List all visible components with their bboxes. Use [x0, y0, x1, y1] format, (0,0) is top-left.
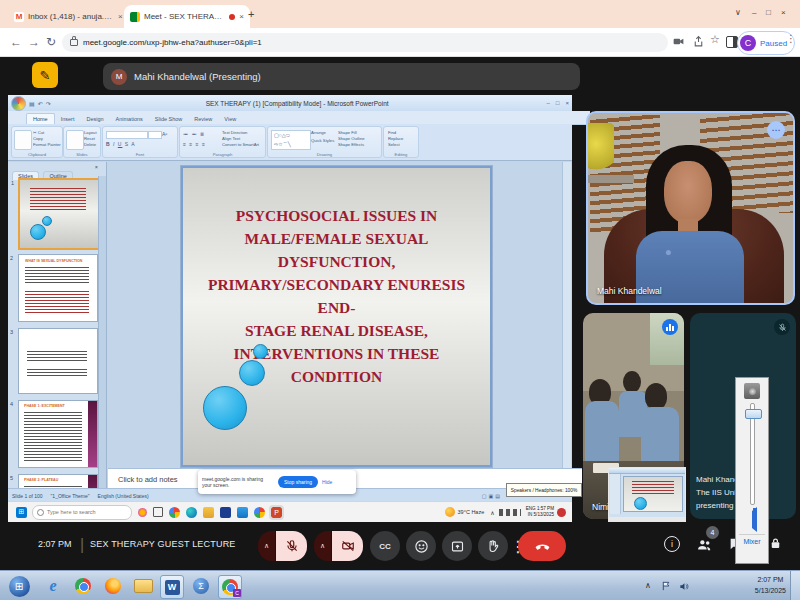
edge-icon[interactable]	[186, 507, 197, 518]
camera-indicator-icon[interactable]	[672, 35, 685, 48]
mail-icon[interactable]	[237, 507, 248, 518]
desktop-search-box[interactable]: Type here to search	[32, 505, 132, 520]
url-bar[interactable]: meet.google.com/uxp-jbhw-eha?authuser=0&…	[62, 33, 668, 52]
slide-thumbnail-1[interactable]: 1	[18, 178, 100, 250]
ppt-minimize-button[interactable]: –	[547, 100, 550, 106]
quick-styles-button[interactable]: Quick Styles	[311, 138, 334, 144]
ribbon-tab-design[interactable]: Design	[80, 114, 109, 124]
reset-button[interactable]: Reset	[84, 136, 95, 142]
window-minimize-button[interactable]: –	[752, 8, 756, 17]
window-close-button[interactable]: ×	[781, 8, 786, 17]
sigma-app-taskbar-icon[interactable]: Σ	[190, 575, 212, 597]
tab-close-icon[interactable]: ×	[239, 12, 244, 21]
start-orb-button[interactable]: ⊞	[8, 575, 30, 597]
slide-thumbnail-2[interactable]: 2 WHAT IS SEXUAL DYSFUNCTION	[18, 254, 98, 322]
cut-button[interactable]: ✂ Cut	[33, 130, 44, 136]
store-app-icon[interactable]	[220, 507, 231, 518]
tray-chevron-icon[interactable]: ∧	[490, 509, 494, 516]
mic-off-button[interactable]	[276, 531, 307, 561]
volume-slider[interactable]	[750, 403, 755, 505]
action-center-flag-icon[interactable]	[661, 580, 672, 592]
volume-mixer-popup[interactable]: Mixer	[735, 377, 769, 564]
explorer-taskbar-icon[interactable]	[132, 575, 154, 597]
tab-close-icon[interactable]: ×	[118, 12, 123, 21]
ribbon-tab-review[interactable]: Review	[188, 114, 218, 124]
new-slide-button[interactable]	[66, 130, 84, 150]
save-icon[interactable]: ▤	[29, 100, 35, 107]
copy-button[interactable]: Copy	[33, 136, 43, 142]
new-tab-button[interactable]: +	[248, 8, 254, 20]
start-button[interactable]: ⊞	[16, 507, 27, 518]
ribbon-tab-slideshow[interactable]: Slide Show	[149, 114, 189, 124]
people-button[interactable]: 4	[696, 536, 713, 553]
video-tile-mahi[interactable]: ⋯ Mahi Khandelwal	[586, 111, 795, 305]
align-buttons[interactable]: ≡ ≡ ≡ ≡	[183, 141, 206, 147]
stop-sharing-button[interactable]: Stop sharing	[278, 476, 318, 488]
ie-taskbar-icon[interactable]: e	[42, 575, 64, 597]
notification-icon[interactable]	[557, 508, 566, 517]
captions-button[interactable]: CC	[370, 531, 400, 561]
tray-hidden-icons-button[interactable]: ∧	[645, 581, 651, 590]
format-painter-button[interactable]: Format Painter	[33, 142, 61, 148]
mic-options-chevron[interactable]: ∧	[258, 531, 275, 561]
bookmark-star-icon[interactable]: ☆	[710, 33, 720, 46]
font-style-buttons[interactable]: B I U S A	[106, 141, 136, 147]
text-direction-button[interactable]: Text Direction	[222, 130, 247, 136]
slide-thumbnail-4[interactable]: 4 PHASE 1: EXCITEMENT	[18, 400, 98, 468]
host-controls-button[interactable]	[768, 536, 783, 551]
ribbon-tab-insert[interactable]: Insert	[55, 114, 81, 124]
ribbon-tab-home[interactable]: Home	[26, 113, 55, 124]
presentation-preview[interactable]	[608, 467, 686, 522]
shape-outline-button[interactable]: Shape Outline	[338, 136, 365, 142]
ppt-restore-button[interactable]: □	[556, 100, 560, 106]
list-buttons[interactable]: ≔ ≕ ≣	[183, 131, 205, 137]
mixer-link[interactable]: Mixer	[743, 538, 760, 545]
end-call-button[interactable]	[518, 531, 566, 561]
volume-slider-handle[interactable]	[745, 409, 762, 419]
ribbon-tab-animations[interactable]: Animations	[110, 114, 149, 124]
undo-icon[interactable]: ↶	[38, 100, 43, 107]
reactions-button[interactable]	[406, 531, 436, 561]
camera-options-chevron[interactable]: ∧	[314, 531, 331, 561]
firefox-taskbar-icon[interactable]	[102, 575, 124, 597]
tray-lang-clock[interactable]: ENG 1:57 PM IN 5/13/2025	[526, 506, 554, 518]
tab-meet[interactable]: Meet - SEX THERAPY GUEST ×	[124, 5, 250, 28]
copilot-icon[interactable]	[138, 508, 147, 517]
align-text-button[interactable]: Align Text	[222, 136, 240, 142]
delete-button[interactable]: Delete	[84, 142, 96, 148]
slide-thumbnail-3[interactable]: 3	[18, 328, 98, 394]
share-icon[interactable]	[692, 35, 705, 48]
file-explorer-icon[interactable]	[203, 507, 214, 518]
shape-effects-button[interactable]: Shape Effects	[338, 142, 364, 148]
slide-canvas[interactable]: PSYCHOSOCIAL ISSUES IN MALE/FEMALE SEXUA…	[181, 166, 492, 467]
speaker-icon[interactable]	[748, 511, 757, 529]
back-icon[interactable]: ←	[10, 35, 22, 49]
annotation-indicator-icon[interactable]: ✎	[32, 62, 58, 88]
arrange-button[interactable]: Arrange	[311, 130, 326, 136]
task-view-icon[interactable]	[153, 507, 163, 517]
chrome-icon[interactable]	[169, 507, 180, 518]
select-button[interactable]: Select	[388, 142, 400, 148]
powerpoint-title-bar[interactable]: ▤ ↶ ↷ SEX THERAPY (1) [Compatibility Mod…	[8, 95, 572, 112]
word-taskbar-icon[interactable]: W	[160, 575, 184, 599]
ppt-close-button[interactable]: ×	[565, 100, 569, 106]
powerpoint-taskbar-icon[interactable]: P	[271, 507, 282, 518]
font-size-select[interactable]	[148, 131, 162, 139]
layout-button[interactable]: Layout	[84, 130, 97, 136]
tab-gmail[interactable]: M Inbox (1,418) - anuja.chaturvedi ×	[8, 5, 132, 28]
office-button[interactable]	[11, 96, 26, 111]
find-button[interactable]: Find	[388, 130, 396, 136]
grow-shrink-font-buttons[interactable]: Aᵃ	[162, 131, 167, 137]
hide-toast-link[interactable]: Hide	[322, 479, 332, 485]
show-desktop-button[interactable]	[790, 571, 800, 600]
present-button[interactable]	[442, 531, 472, 561]
forward-icon[interactable]: →	[28, 35, 40, 49]
tray-clock[interactable]: 2:07 PM 5/13/2025	[755, 574, 786, 596]
camera-off-button[interactable]	[332, 531, 363, 561]
chrome-meet-taskbar-icon[interactable]: C	[218, 575, 242, 599]
raise-hand-button[interactable]	[478, 531, 508, 561]
weather-text[interactable]: 39°C Haze	[458, 509, 485, 515]
font-name-select[interactable]	[106, 131, 148, 139]
convert-smartart-button[interactable]: Convert to SmartArt	[222, 142, 259, 148]
shape-fill-button[interactable]: Shape Fill	[338, 130, 357, 136]
